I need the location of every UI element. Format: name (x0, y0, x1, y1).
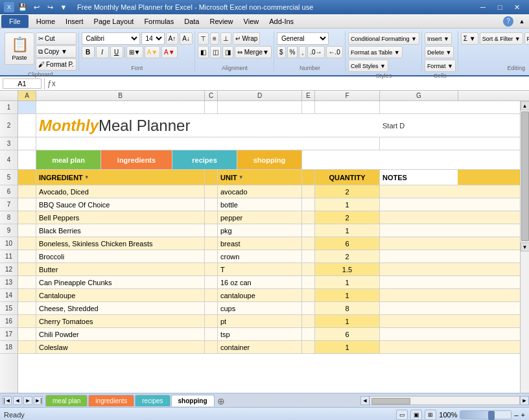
cell-ingredient-16[interactable]: Cherry Tomatoes (36, 315, 205, 327)
cell-c15[interactable] (205, 302, 218, 314)
cell-e14[interactable] (302, 289, 315, 301)
align-bottom-button[interactable]: ⊥ (220, 32, 231, 45)
page-break-view-button[interactable]: ⊞ (425, 410, 436, 420)
cell-ingredient-9[interactable]: Black Berries (36, 224, 205, 237)
sheet-tab-ingredients[interactable]: ingredients (88, 395, 134, 406)
insert-sheet-button[interactable]: ⊕ (215, 396, 227, 406)
undo-button[interactable]: ↩ (30, 1, 42, 13)
cell-a3[interactable] (18, 137, 36, 150)
cell-a8[interactable] (18, 211, 36, 224)
row-header-13[interactable]: 13 (0, 276, 18, 289)
row-header-14[interactable]: 14 (0, 289, 18, 302)
cell-ingredient-6[interactable]: Avocado, Diced (36, 185, 205, 198)
h-scroll-thumb[interactable] (371, 398, 410, 404)
cell-a10[interactable] (18, 237, 36, 250)
find-select-button[interactable]: Find & Select ▼ (524, 32, 529, 45)
cell-styles-button[interactable]: Cell Styles ▼ (348, 60, 388, 72)
cell-qty-10[interactable]: 6 (315, 237, 380, 250)
cell-unit-11[interactable]: crown (218, 250, 302, 262)
format-painter-button[interactable]: 🖌 Format P. (36, 58, 76, 71)
increase-decimal-button[interactable]: .0→ (307, 46, 324, 58)
col-header-a[interactable]: A (18, 91, 36, 100)
cell-recipes-tab[interactable]: recipes (172, 150, 237, 169)
zoom-slider[interactable] (460, 410, 511, 419)
cell-a12[interactable] (18, 263, 36, 275)
cell-notes-header[interactable]: NOTES (380, 170, 458, 185)
cell-a5[interactable] (18, 170, 36, 185)
delete-cells-button[interactable]: Delete ▼ (425, 46, 454, 58)
name-box[interactable] (3, 78, 41, 89)
align-center-button[interactable]: ◫ (210, 46, 221, 58)
cell-ingredient-11[interactable]: Broccoli (36, 250, 205, 262)
col-header-d[interactable]: D (218, 91, 302, 100)
format-as-table-button[interactable]: Format as Table ▼ (348, 46, 403, 58)
cell-quantity-header[interactable]: QUANTITY (315, 170, 380, 185)
cell-a4[interactable] (18, 150, 36, 169)
percent-button[interactable]: % (287, 46, 298, 58)
cell-d1[interactable] (218, 101, 302, 113)
wrap-text-button[interactable]: ↵ Wrap (233, 32, 261, 45)
cell-e9[interactable] (302, 224, 315, 237)
cell-notes-11[interactable] (380, 250, 458, 262)
cell-c11[interactable] (205, 250, 218, 262)
cell-e5[interactable] (302, 170, 315, 185)
page-layout-menu[interactable]: Page Layout (89, 15, 139, 28)
cell-unit-6[interactable]: avocado (218, 185, 302, 198)
number-format-select[interactable]: General (277, 32, 329, 45)
cell-qty-12[interactable]: 1.5 (315, 263, 380, 275)
cell-e1[interactable] (302, 101, 315, 113)
cell-qty-9[interactable]: 1 (315, 224, 380, 237)
cell-notes-6[interactable] (380, 185, 458, 198)
cell-unit-13[interactable]: 16 oz can (218, 276, 302, 288)
align-middle-button[interactable]: ≡ (210, 32, 219, 45)
insert-cells-button[interactable]: Insert ▼ (425, 32, 452, 45)
merge-button[interactable]: ⇔ Merge▼ (235, 46, 272, 58)
scroll-up-arrow[interactable]: ▲ (521, 101, 530, 110)
cell-qty-15[interactable]: 8 (315, 302, 380, 314)
cell-c12[interactable] (205, 263, 218, 275)
decrease-font-button[interactable]: A↓ (180, 32, 193, 45)
last-sheet-button[interactable]: ►| (34, 396, 43, 405)
cell-a1[interactable] (18, 101, 36, 113)
cell-shopping-tab[interactable]: shopping (237, 150, 302, 169)
cell-a18[interactable] (18, 341, 36, 353)
help-button[interactable]: ? (503, 16, 513, 27)
cell-ingredient-12[interactable]: Butter (36, 263, 205, 275)
row-header-18[interactable]: 18 (0, 341, 18, 354)
cell-e15[interactable] (302, 302, 315, 314)
cell-notes-7[interactable] (380, 198, 458, 211)
cell-ingredient-10[interactable]: Boneless, Skinless Chicken Breasts (36, 237, 205, 250)
cell-e13[interactable] (302, 276, 315, 288)
cell-e17[interactable] (302, 328, 315, 340)
scroll-thumb[interactable] (521, 111, 529, 241)
row-header-12[interactable]: 12 (0, 263, 18, 276)
col-header-b[interactable]: B (36, 91, 205, 100)
currency-button[interactable]: $ (277, 46, 286, 58)
cell-notes-14[interactable] (380, 289, 458, 301)
zoom-in-button[interactable]: + (521, 411, 525, 419)
restore-button[interactable]: □ (491, 0, 508, 14)
font-name-select[interactable]: Calibri (82, 32, 140, 45)
minimize-ribbon-button[interactable]: ▲ (516, 16, 528, 27)
row-header-1[interactable]: 1 (0, 101, 18, 114)
normal-view-button[interactable]: ▭ (396, 410, 408, 420)
cell-unit-15[interactable]: cups (218, 302, 302, 314)
cell-qty-11[interactable]: 2 (315, 250, 380, 262)
horizontal-scrollbar[interactable]: ◄ ► (360, 396, 529, 405)
cell-after-tabs[interactable] (302, 150, 520, 169)
cell-unit-header[interactable]: UNIT ▼ (218, 170, 302, 185)
cell-g2[interactable]: Start D (380, 114, 458, 137)
decrease-decimal-button[interactable]: ←.0 (326, 46, 343, 58)
cell-ingredient-17[interactable]: Chili Powder (36, 328, 205, 340)
cell-c7[interactable] (205, 198, 218, 211)
col-header-g[interactable]: G (380, 91, 458, 100)
cell-e7[interactable] (302, 198, 315, 211)
cell-c17[interactable] (205, 328, 218, 340)
cell-c13[interactable] (205, 276, 218, 288)
file-menu[interactable]: File (1, 15, 29, 28)
cell-qty-16[interactable]: 1 (315, 315, 380, 327)
view-menu[interactable]: View (239, 15, 264, 28)
row-header-11[interactable]: 11 (0, 250, 18, 263)
customize-qa-button[interactable]: ▼ (58, 1, 69, 13)
underline-button[interactable]: U (110, 46, 123, 58)
